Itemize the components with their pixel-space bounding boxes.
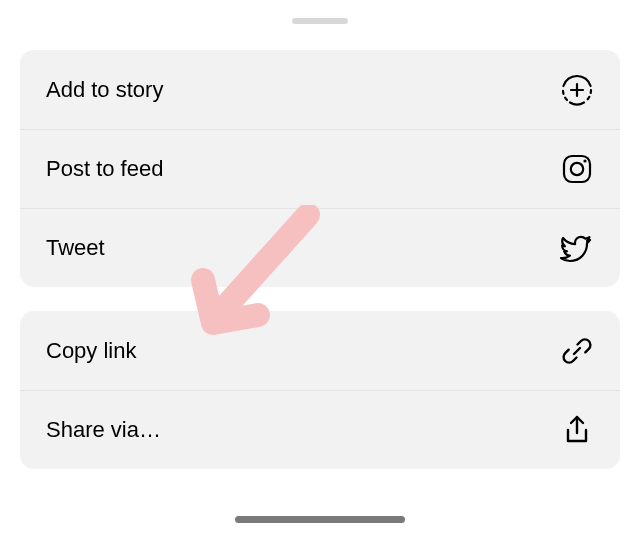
drag-handle[interactable] <box>292 18 348 24</box>
menu-label: Tweet <box>46 235 105 261</box>
menu-item-share-via[interactable]: Share via… <box>20 390 620 469</box>
home-indicator[interactable] <box>235 516 405 523</box>
add-story-icon <box>560 73 594 107</box>
share-sheet: Add to story Post to feed <box>0 0 640 537</box>
menu-group-secondary: Copy link Share via… <box>20 311 620 469</box>
svg-point-3 <box>571 163 583 175</box>
twitter-icon <box>560 231 594 265</box>
menu-item-tweet[interactable]: Tweet <box>20 208 620 287</box>
link-icon <box>560 334 594 368</box>
svg-point-4 <box>583 159 586 162</box>
menu-item-copy-link[interactable]: Copy link <box>20 311 620 390</box>
instagram-icon <box>560 152 594 186</box>
menu-label: Add to story <box>46 77 163 103</box>
menu-group-primary: Add to story Post to feed <box>20 50 620 287</box>
menu-label: Copy link <box>46 338 136 364</box>
share-icon <box>560 413 594 447</box>
menu-label: Post to feed <box>46 156 163 182</box>
menu-item-post-to-feed[interactable]: Post to feed <box>20 129 620 208</box>
menu-label: Share via… <box>46 417 161 443</box>
menu-item-add-to-story[interactable]: Add to story <box>20 50 620 129</box>
